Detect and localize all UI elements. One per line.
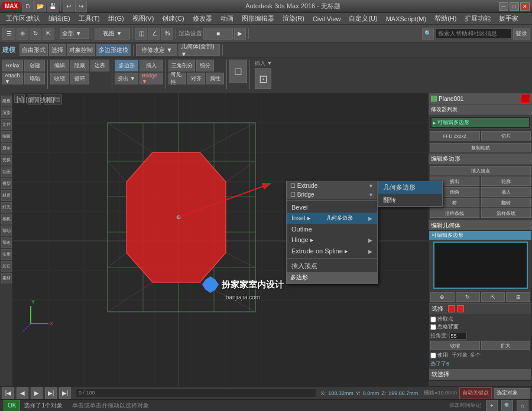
soft-sel-cb[interactable]: 使用 子对象 多个 bbox=[430, 351, 530, 359]
search-input[interactable]: 搜索人帮助和社区信息 bbox=[435, 28, 512, 39]
account-btn[interactable]: 登录 bbox=[513, 28, 530, 40]
minimize-btn[interactable]: ─ bbox=[499, 2, 508, 11]
tri-btn[interactable]: 三角剖分 bbox=[168, 60, 195, 71]
preview-btn[interactable]: □ bbox=[229, 60, 247, 83]
bridge-btn-t[interactable]: Bridge ▼ bbox=[140, 73, 163, 84]
ep-hinge2[interactable]: 沿样条线 bbox=[481, 208, 531, 218]
menu-edit[interactable]: 编辑(E) bbox=[45, 14, 74, 24]
menu-workspace[interactable]: 工作区:默认 bbox=[2, 14, 44, 24]
ls-light[interactable]: 灯光 bbox=[1, 202, 12, 213]
free-form-btn[interactable]: 自由形式 bbox=[20, 44, 48, 56]
create-btn-t[interactable]: 创建 bbox=[24, 60, 45, 71]
viewport-area[interactable]: [+] [前] [线框] bbox=[13, 93, 429, 386]
rotate-tool[interactable]: ↻ bbox=[30, 28, 41, 40]
sm-geo-poly[interactable]: 几何多边形 bbox=[378, 181, 442, 194]
timeline[interactable]: 0 / 100 bbox=[76, 389, 316, 398]
prop-btn[interactable]: 属性 bbox=[206, 73, 224, 84]
edit-poly-section[interactable]: 编辑多边形 bbox=[429, 154, 532, 165]
menu-civil[interactable]: Civil View bbox=[309, 14, 344, 24]
snap-toggle[interactable]: ◫ bbox=[135, 28, 147, 40]
maximize-btn[interactable]: □ bbox=[510, 2, 519, 11]
ep-outline2[interactable]: 轮廓 bbox=[481, 177, 531, 186]
loop-btn[interactable]: 循环 bbox=[70, 73, 89, 84]
menu-graph-editor[interactable]: 图形编辑器 bbox=[238, 14, 278, 24]
tb-redo[interactable]: ↪ bbox=[75, 1, 87, 12]
tb-undo[interactable]: ↩ bbox=[63, 1, 74, 12]
bb-play[interactable]: ▶ bbox=[31, 387, 43, 399]
close-btn[interactable]: ✕ bbox=[520, 2, 530, 11]
percent-snap[interactable]: % bbox=[161, 28, 173, 40]
tb-open[interactable]: 📂 bbox=[34, 1, 46, 12]
ls-camera[interactable]: 相机 bbox=[1, 214, 12, 224]
cm-hinge[interactable]: Hinge ▸ bbox=[287, 234, 377, 246]
cm-extrude-spline[interactable]: Extrude on Spline ▸ bbox=[287, 246, 377, 257]
poly-modeling[interactable]: 多边形建模 bbox=[96, 44, 131, 56]
mvp-t1[interactable]: ⊕ bbox=[430, 292, 455, 302]
bb-start[interactable]: |◀ bbox=[2, 387, 14, 399]
menu-animation[interactable]: 动画 bbox=[217, 14, 237, 24]
mvp-t2[interactable]: ↻ bbox=[456, 292, 480, 302]
ls-transform[interactable]: 变换 bbox=[1, 155, 12, 165]
ls-helper[interactable]: 帮助 bbox=[1, 226, 12, 236]
ls-anim[interactable]: 动画 bbox=[1, 167, 12, 177]
add-key-btn[interactable]: + bbox=[486, 400, 498, 412]
cm-bridge[interactable]: ☐ Bridge▼ bbox=[287, 190, 377, 199]
scale-tool[interactable]: ⇱ bbox=[43, 28, 54, 40]
menu-group[interactable]: 组(G) bbox=[105, 14, 128, 24]
key-mode-btn[interactable]: ⌂ bbox=[517, 400, 528, 412]
menu-render[interactable]: 渲染(R) bbox=[279, 14, 308, 24]
angle-snap[interactable]: ∠ bbox=[148, 28, 160, 40]
angle-input[interactable] bbox=[449, 332, 467, 340]
select-mode-drop[interactable]: 选定对象 bbox=[494, 388, 530, 399]
ls-file[interactable]: 文件 bbox=[1, 119, 12, 130]
menu-view[interactable]: 视图(V) bbox=[129, 14, 158, 24]
ls-render[interactable]: 渲染 bbox=[1, 107, 12, 118]
render-setup[interactable]: ■ bbox=[203, 28, 233, 40]
menu-modifiers[interactable]: 修改器 bbox=[189, 14, 216, 24]
align-btn[interactable]: 对齐 bbox=[187, 73, 205, 84]
menu-ext[interactable]: 扩展功能 bbox=[461, 14, 494, 24]
menu-tools[interactable]: 工具(T) bbox=[75, 14, 103, 24]
cm-bevel[interactable]: Bevel bbox=[287, 202, 377, 213]
collapse-btn[interactable]: 塌陷 bbox=[24, 73, 45, 84]
pick-points-cb[interactable]: 拾取点 bbox=[430, 315, 530, 323]
render-btn[interactable]: ▶ bbox=[234, 28, 246, 40]
ep-hinge[interactable]: 沿样条线 bbox=[430, 208, 479, 218]
pick-points-input[interactable] bbox=[430, 317, 436, 322]
bb-end[interactable]: ▶| bbox=[59, 387, 71, 399]
ls-element[interactable]: 素材 bbox=[1, 273, 12, 283]
bb-next[interactable]: ▶| bbox=[45, 387, 57, 399]
insert-vert[interactable]: 插入 bbox=[140, 60, 163, 71]
ref-coord[interactable]: 视图 ▼ bbox=[95, 28, 130, 40]
selection-btn[interactable]: 选择 bbox=[49, 44, 66, 56]
collect-btn[interactable]: 收缩 bbox=[50, 73, 69, 84]
ls-edit[interactable]: 编辑 bbox=[1, 131, 12, 142]
border-btn[interactable]: 边界 bbox=[90, 60, 109, 71]
ep-insert[interactable]: 插入 bbox=[481, 187, 531, 197]
modifier-item-epoly[interactable]: ▸ 可编辑多边形 bbox=[432, 118, 529, 127]
select-tool[interactable]: ☰ bbox=[2, 28, 15, 40]
mvp-t4[interactable]: ⊞ bbox=[506, 292, 530, 302]
edit-btn[interactable]: 编辑 bbox=[50, 60, 69, 71]
soft-sel-input[interactable] bbox=[430, 353, 436, 358]
menu-help[interactable]: 帮助(H) bbox=[431, 14, 460, 24]
shrink-btn[interactable]: 收缩 bbox=[430, 341, 480, 350]
ep-flip[interactable]: 翻转 bbox=[481, 198, 531, 207]
poly-btn[interactable]: 多边形 bbox=[115, 60, 138, 71]
full-body[interactable]: 几何体(全部) ▼ bbox=[179, 44, 220, 56]
soft-sel-section[interactable]: 软选择 bbox=[429, 369, 531, 380]
move-tool[interactable]: ⊕ bbox=[17, 28, 28, 40]
cm-outline[interactable]: Outline bbox=[287, 224, 377, 234]
sm-flip[interactable]: 翻转 bbox=[378, 194, 442, 206]
ffp-btn[interactable]: FFD 2x2x2 bbox=[430, 131, 480, 141]
ignore-back-cb[interactable]: 忽略背面 bbox=[430, 323, 530, 331]
search-btn[interactable]: 🔍 bbox=[422, 28, 434, 40]
ls-other[interactable]: 其它 bbox=[1, 261, 12, 272]
ls-create[interactable]: 建模 bbox=[1, 96, 12, 106]
ignore-back-input[interactable] bbox=[430, 324, 436, 330]
ls-material[interactable]: 材质 bbox=[1, 190, 12, 201]
mvp-t3[interactable]: ⇱ bbox=[481, 292, 505, 302]
menu-home[interactable]: 扳手家 bbox=[495, 14, 522, 24]
sb-ok[interactable]: OK bbox=[4, 400, 20, 412]
relax-btn[interactable]: Relax bbox=[2, 60, 23, 71]
